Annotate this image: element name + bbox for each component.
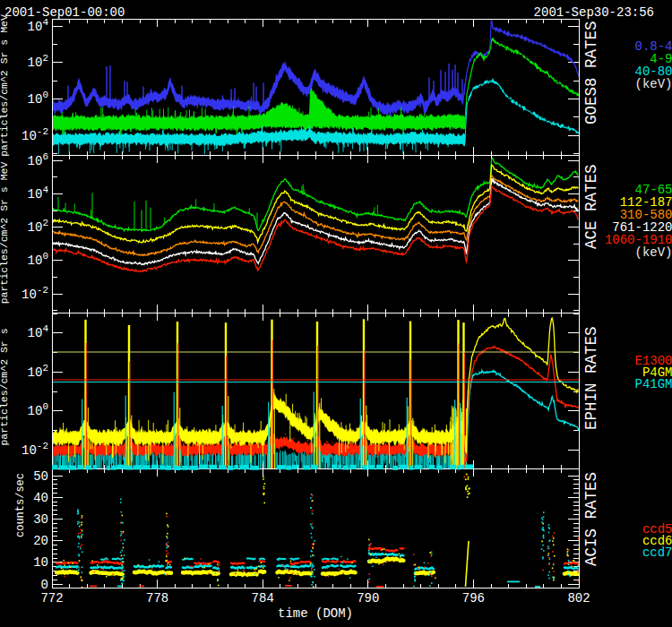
svg-text:time (DOM): time (DOM) — [278, 606, 353, 621]
svg-text:2001-Sep30-23:56: 2001-Sep30-23:56 — [534, 5, 654, 20]
svg-text:ccd7: ccd7 — [642, 545, 672, 560]
svg-text:802: 802 — [567, 591, 590, 606]
svg-text:particles/cm^2 Sr s: particles/cm^2 Sr s — [0, 328, 10, 445]
svg-text:P41GM: P41GM — [634, 377, 672, 391]
svg-text:0: 0 — [41, 578, 48, 592]
svg-text:790: 790 — [357, 591, 379, 606]
svg-text:796: 796 — [462, 591, 485, 606]
svg-text:counts/sec: counts/sec — [14, 473, 27, 537]
svg-text:50: 50 — [33, 469, 48, 484]
svg-text:10: 10 — [33, 555, 48, 570]
svg-text:778: 778 — [146, 591, 168, 606]
svg-text:ACE RATES: ACE RATES — [582, 164, 600, 249]
svg-text:ACIS RATES: ACIS RATES — [582, 472, 600, 566]
svg-text:2001-Sep01-00:00: 2001-Sep01-00:00 — [4, 5, 125, 20]
svg-text:30: 30 — [33, 512, 48, 527]
svg-text:EPHIN RATES: EPHIN RATES — [582, 326, 600, 430]
svg-text:(keV): (keV) — [634, 77, 672, 91]
svg-text:772: 772 — [40, 591, 63, 606]
svg-text:40: 40 — [33, 491, 48, 505]
svg-text:GOES8 RATES: GOES8 RATES — [582, 21, 600, 125]
svg-text:particles/cm^2 Sr s MeV: particles/cm^2 Sr s MeV — [0, 162, 10, 305]
svg-text:(keV): (keV) — [634, 245, 672, 260]
svg-text:784: 784 — [252, 591, 274, 606]
svg-text:20: 20 — [33, 534, 48, 548]
svg-text:particles/cm^2 Sr s MeV: particles/cm^2 Sr s MeV — [0, 14, 10, 157]
